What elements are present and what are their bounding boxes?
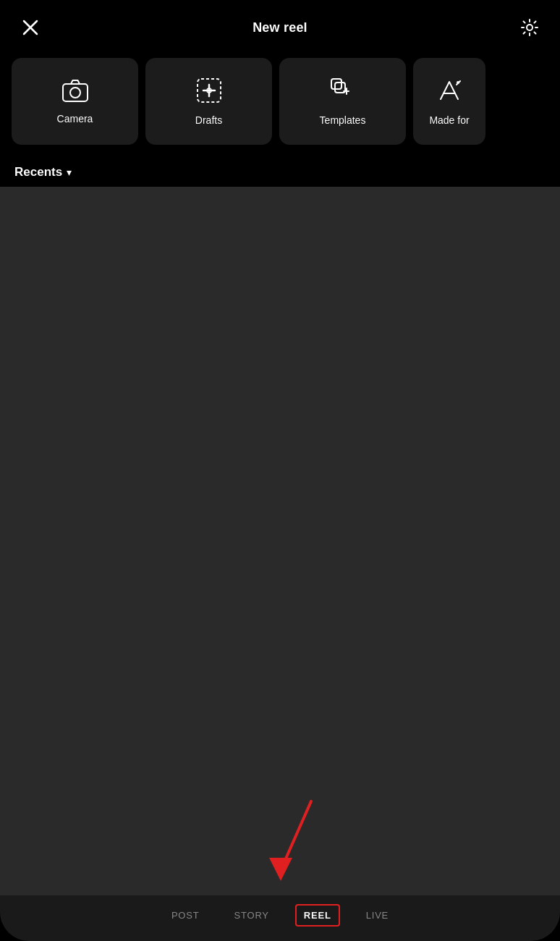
svg-point-4: [70, 88, 80, 98]
content-area: [0, 187, 560, 895]
gear-icon: [520, 18, 539, 37]
nav-reel[interactable]: REEL: [298, 907, 337, 924]
settings-button[interactable]: [517, 14, 543, 41]
templates-label: Templates: [320, 114, 366, 126]
camera-label: Camera: [57, 113, 93, 125]
svg-point-2: [527, 25, 533, 30]
svg-rect-9: [331, 79, 341, 89]
templates-icon: [330, 77, 356, 107]
drafts-label: Drafts: [195, 114, 222, 126]
bottom-nav: POST STORY REEL LIVE: [0, 895, 560, 941]
page-title: New reel: [253, 20, 307, 35]
drafts-option[interactable]: Drafts: [145, 58, 272, 145]
camera-option[interactable]: Camera: [12, 58, 138, 145]
svg-rect-3: [63, 84, 88, 101]
header: New reel: [0, 0, 560, 52]
svg-point-15: [457, 81, 459, 84]
camera-icon: [62, 79, 88, 106]
recents-header[interactable]: Recents ▾: [0, 156, 560, 187]
bottom-nav-container: POST STORY REEL LIVE: [0, 895, 560, 941]
recents-label: Recents: [14, 165, 62, 180]
made-for-option[interactable]: Made for: [413, 58, 485, 145]
nav-post[interactable]: POST: [166, 907, 205, 924]
nav-reel-container[interactable]: REEL: [298, 907, 337, 924]
options-row: Camera Drafts: [0, 52, 560, 156]
nav-live[interactable]: LIVE: [360, 907, 394, 924]
drafts-icon: [196, 77, 222, 107]
templates-option[interactable]: Templates: [279, 58, 406, 145]
close-icon: [22, 20, 38, 35]
phone-screen: New reel Camera: [0, 0, 560, 941]
chevron-down-icon: ▾: [67, 166, 72, 178]
made-for-label: Made for: [429, 114, 469, 126]
made-for-icon: [436, 77, 462, 107]
close-button[interactable]: [17, 14, 43, 41]
nav-story[interactable]: STORY: [229, 907, 275, 924]
